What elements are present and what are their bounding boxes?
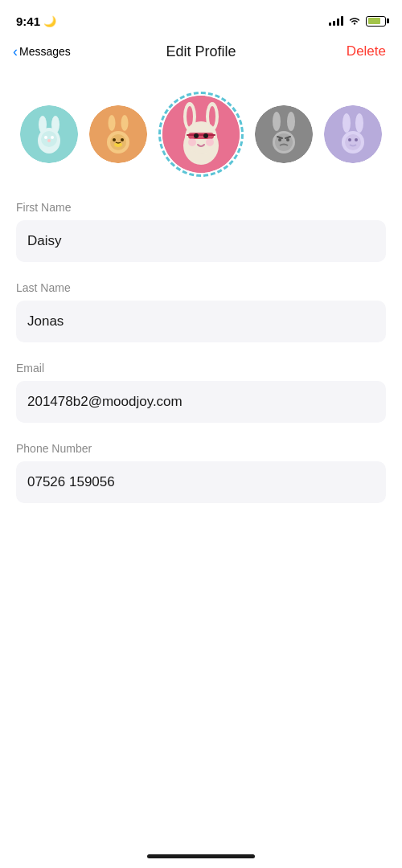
svg-point-28: [206, 138, 214, 146]
svg-point-11: [121, 115, 129, 131]
last-name-label: Last Name: [16, 281, 386, 294]
phone-group: Phone Number: [16, 442, 386, 503]
svg-point-6: [51, 136, 54, 139]
svg-point-13: [113, 138, 116, 141]
svg-point-42: [355, 138, 358, 141]
svg-point-20: [187, 106, 193, 127]
avatar-teal[interactable]: [20, 105, 78, 163]
status-icons: [329, 14, 386, 28]
svg-point-14: [121, 138, 124, 141]
time-label: 9:41: [16, 14, 40, 28]
back-button[interactable]: ‹ Messages: [13, 44, 71, 59]
moon-icon: 🌙: [43, 15, 56, 27]
svg-point-2: [39, 116, 47, 133]
svg-rect-24: [187, 134, 215, 136]
page-title: Edit Profile: [166, 43, 236, 60]
back-label: Messages: [19, 45, 71, 58]
svg-point-10: [109, 115, 116, 131]
avatar-track: [52, 92, 350, 177]
email-input[interactable]: [16, 381, 386, 423]
svg-point-31: [273, 112, 281, 131]
status-time: 9:41 🌙: [16, 14, 56, 28]
avatar-orange[interactable]: [89, 105, 147, 163]
status-bar: 9:41 🌙: [0, 0, 402, 35]
svg-point-32: [287, 112, 295, 131]
svg-point-35: [286, 138, 289, 141]
svg-point-38: [343, 113, 351, 133]
avatar-carousel: [0, 68, 402, 201]
first-name-input[interactable]: [16, 220, 386, 262]
svg-point-7: [47, 139, 51, 142]
avatar-pink-selected[interactable]: [158, 92, 244, 177]
svg-point-26: [203, 133, 208, 138]
email-group: Email: [16, 362, 386, 423]
delete-button[interactable]: Delete: [347, 43, 386, 59]
battery-icon: [366, 16, 386, 27]
form-section: First Name Last Name Email Phone Number: [0, 201, 402, 503]
svg-point-40: [345, 134, 361, 150]
phone-label: Phone Number: [16, 442, 386, 455]
email-label: Email: [16, 362, 386, 375]
nav-bar: ‹ Messages Edit Profile Delete: [0, 35, 402, 68]
svg-point-34: [278, 138, 281, 141]
avatar-purple[interactable]: [324, 105, 382, 163]
last-name-input[interactable]: [16, 301, 386, 342]
svg-point-41: [348, 138, 351, 141]
home-indicator: [147, 854, 255, 858]
svg-point-3: [51, 116, 59, 133]
first-name-label: First Name: [16, 201, 386, 214]
back-icon: ‹: [13, 44, 18, 59]
last-name-group: Last Name: [16, 281, 386, 342]
svg-point-39: [355, 113, 363, 133]
wifi-icon: [348, 14, 361, 28]
svg-point-27: [188, 138, 196, 146]
signal-icon: [329, 16, 343, 26]
phone-input[interactable]: [16, 461, 386, 503]
svg-point-5: [44, 136, 47, 139]
svg-point-25: [194, 133, 199, 138]
first-name-group: First Name: [16, 201, 386, 262]
avatar-gray[interactable]: [255, 105, 313, 163]
svg-point-21: [209, 106, 215, 127]
